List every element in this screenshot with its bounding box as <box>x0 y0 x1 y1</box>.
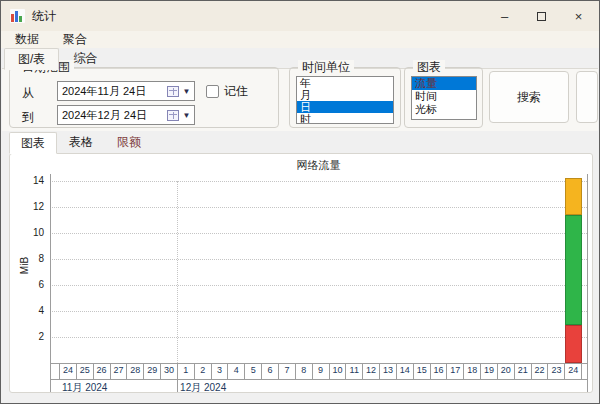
day-cell: 16 <box>431 363 448 379</box>
day-cell: 24 <box>565 363 582 379</box>
gridline <box>50 181 587 182</box>
day-cell: 20 <box>498 363 515 379</box>
axis-line <box>587 174 588 392</box>
time-unit-listbox[interactable]: 年月日时 <box>296 76 394 124</box>
axis-line <box>50 174 51 392</box>
gridline <box>50 311 587 312</box>
gridline <box>50 207 587 208</box>
day-cell: 19 <box>481 363 498 379</box>
chevron-down-icon[interactable]: ▼ <box>179 111 194 120</box>
day-cell: 29 <box>144 363 161 379</box>
remember-label: 记住 <box>224 83 248 100</box>
day-cell: 15 <box>414 363 431 379</box>
day-cell: 4 <box>228 363 245 379</box>
gridline <box>50 285 587 286</box>
menu-aggregate[interactable]: 聚合 <box>54 30 96 49</box>
y-tick-label: 12 <box>10 201 44 212</box>
tab-chart-table[interactable]: 图/表 <box>4 48 59 70</box>
tab-quota[interactable]: 限额 <box>105 132 153 153</box>
day-cell: 11 <box>346 363 363 379</box>
date-from-value: 2024年11月 24日 <box>62 84 146 99</box>
y-tick-label: 10 <box>10 227 44 238</box>
day-cell: 6 <box>262 363 279 379</box>
tab-table[interactable]: 表格 <box>57 132 105 153</box>
day-cell: 9 <box>313 363 330 379</box>
window-title: 统计 <box>32 8 56 25</box>
gridline <box>50 337 587 338</box>
day-cell: 7 <box>279 363 296 379</box>
gridline <box>50 233 587 234</box>
date-to-field[interactable]: 2024年12月 24日 ▼ <box>57 105 195 125</box>
day-cell: 17 <box>447 363 464 379</box>
day-cell: 13 <box>380 363 397 379</box>
listbox-item[interactable]: 年 <box>297 77 393 89</box>
listbox-item[interactable]: 月 <box>297 89 393 101</box>
day-cell: 22 <box>532 363 549 379</box>
minimize-button[interactable]: – <box>486 1 523 31</box>
day-cell: 10 <box>330 363 347 379</box>
maximize-icon <box>537 12 546 21</box>
day-cell: 24 <box>59 363 77 379</box>
maximize-button[interactable] <box>523 1 560 31</box>
gridline <box>50 259 587 260</box>
month-separator-line <box>177 379 178 392</box>
chart-panel: 网络流量 MiB 2468101214242526272829301234567… <box>9 153 593 393</box>
day-cell: 28 <box>127 363 144 379</box>
chart-title: 网络流量 <box>50 158 587 173</box>
upper-tab-strip: 图/表综合 <box>4 48 111 69</box>
listbox-item[interactable]: 流量 <box>412 77 476 90</box>
calendar-icon[interactable] <box>167 86 179 97</box>
day-cell: 26 <box>94 363 111 379</box>
month-separator-gridline <box>177 181 178 363</box>
day-cell: 3 <box>212 363 229 379</box>
search-button[interactable]: 搜索 <box>489 71 569 123</box>
listbox-item[interactable]: 光标 <box>412 103 476 116</box>
listbox-item[interactable]: 时间 <box>412 90 476 103</box>
y-tick-label: 6 <box>10 279 44 290</box>
month-label: 11月 2024 <box>62 381 107 392</box>
day-cell: 18 <box>464 363 481 379</box>
y-tick-label: 14 <box>10 175 44 186</box>
from-label: 从 <box>22 85 34 102</box>
day-cell: 5 <box>245 363 262 379</box>
chart-type-listbox[interactable]: 流量时间光标 <box>411 76 477 120</box>
day-cell: 14 <box>397 363 414 379</box>
day-cell: 23 <box>548 363 565 379</box>
y-tick-label: 4 <box>10 305 44 316</box>
day-cell: 8 <box>296 363 313 379</box>
y-tick-label: 8 <box>10 253 44 264</box>
menu-bar: 数据聚合 <box>1 31 599 48</box>
day-cell: 25 <box>77 363 94 379</box>
chevron-down-icon[interactable]: ▼ <box>179 87 194 96</box>
day-cell: 1 <box>178 363 195 379</box>
day-axis-row: 2425262728293012345678910111213141516171… <box>59 363 582 379</box>
date-to-value: 2024年12月 24日 <box>62 108 147 123</box>
axis-line <box>50 379 587 380</box>
day-cell: 30 <box>161 363 178 379</box>
listbox-item[interactable]: 时 <box>297 113 393 124</box>
tab-chart[interactable]: 图表 <box>9 132 57 154</box>
menu-data[interactable]: 数据 <box>6 30 48 49</box>
group-chart-type-title: 图表 <box>413 60 445 74</box>
date-from-field[interactable]: 2024年11月 24日 ▼ <box>57 81 195 101</box>
listbox-item[interactable]: 日 <box>297 101 393 113</box>
bar-segment-middle-segment <box>565 215 583 326</box>
day-cell: 12 <box>363 363 380 379</box>
group-time-unit: 时间单位 年月日时 <box>289 67 401 128</box>
remember-checkbox[interactable]: 记住 <box>206 83 248 100</box>
lower-tab-strip: 图表表格限额 <box>9 132 153 153</box>
group-date-range: 日期范围 从 2024年11月 24日 ▼ 记住 到 2024年12月 24日 … <box>9 67 279 128</box>
month-label: 12月 2024 <box>180 381 226 392</box>
tab-comprehensive[interactable]: 综合 <box>59 48 111 69</box>
day-cell: 21 <box>515 363 532 379</box>
day-cell: 2 <box>195 363 212 379</box>
group-time-unit-title: 时间单位 <box>298 60 354 74</box>
bar-chart-icon <box>10 9 25 23</box>
statistics-window: 统计 –× 数据聚合 图/表综合 日期范围 从 2024年11月 24日 ▼ 记… <box>0 0 600 404</box>
calendar-icon[interactable] <box>167 110 179 121</box>
group-chart-type: 图表 流量时间光标 <box>404 67 483 128</box>
y-tick-label: 2 <box>10 331 44 342</box>
checkbox-icon[interactable] <box>206 85 219 98</box>
close-button[interactable]: × <box>560 1 597 31</box>
clipped-side-button[interactable] <box>576 71 598 123</box>
